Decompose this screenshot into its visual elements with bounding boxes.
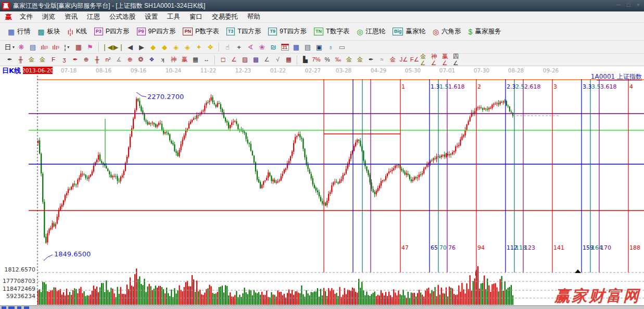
pen-tool[interactable]: ✒ [4, 55, 15, 65]
stats-column-tool[interactable]: ▙ [300, 55, 311, 65]
coil-tool[interactable]: ʒ [59, 55, 70, 65]
crosshair-icon[interactable]: + [233, 42, 245, 52]
toolbar-t-square-button[interactable]: T3T四方形 [223, 26, 265, 38]
diamond-tool-3[interactable]: ◈ [170, 42, 182, 52]
gold-line-tool[interactable]: 金 [355, 55, 365, 65]
box-select-tool[interactable]: ◻ [218, 55, 229, 65]
toolbar-9t-square-button[interactable]: T99T四方形 [264, 26, 310, 38]
toolbar-kline-button[interactable]: ı¦ıK线 [64, 26, 90, 38]
toolbar-p-table-button[interactable]: PNP数字表 [179, 26, 222, 38]
width-tool[interactable]: ↔ [201, 55, 212, 65]
toolbar-winner-service-button[interactable]: $赢家服务 [465, 26, 505, 38]
menu-formula-picker[interactable]: 公式选股 [105, 13, 140, 21]
close-button[interactable]: × [637, 2, 640, 8]
notepad-icon[interactable]: ▤ [302, 42, 313, 52]
gold-red-tool[interactable]: 金 [387, 55, 398, 65]
toolbar-t-table-button[interactable]: TNT数字表 [310, 26, 353, 38]
ray-box-tool[interactable]: ▨ [239, 55, 250, 65]
angle-mirror[interactable]: ∡ [113, 55, 124, 65]
print-icon[interactable]: ▭ [336, 42, 348, 52]
maximize-button[interactable]: □ [627, 2, 630, 8]
brush-tool[interactable]: ✒ [70, 55, 81, 65]
n2-grid[interactable]: n² [103, 55, 113, 65]
toolbar-winner-wheel-button[interactable]: Big赢家轮 [389, 26, 429, 38]
save-icon[interactable]: ▣ [313, 42, 325, 52]
period-day-dropdown[interactable]: 日▼ [4, 42, 16, 52]
svg-text:4: 4 [629, 83, 633, 90]
next-page-icon[interactable]: ▶ [136, 42, 147, 52]
grid-plain[interactable]: ╫ [15, 55, 26, 65]
wave-channel-tool[interactable]: ≈ [376, 55, 387, 65]
percent-line-tool[interactable]: 7% [311, 55, 322, 65]
lattice-icon[interactable]: ▦ [73, 42, 84, 52]
world-clock-icon[interactable]: ♁ [325, 42, 336, 52]
circle-grid[interactable]: ⊕ [81, 55, 92, 65]
ying-angle-tool[interactable]: 赢∠ [442, 55, 453, 65]
bars-9-icon[interactable]: ılı9 [50, 42, 61, 52]
last-page-icon[interactable]: ▶❘ [113, 42, 124, 52]
si-angle-tool[interactable]: 四∠ [453, 55, 464, 65]
j-angle-tool[interactable]: J∠ [398, 55, 409, 65]
toolbar-hexagon-button[interactable]: ◎六角形 [429, 26, 465, 38]
main-chart[interactable]: 1471.3651.5701.618762942.31122.51182.618… [0, 66, 644, 305]
angle-tool-icon[interactable]: ∢ [245, 42, 256, 52]
candle-style-dropdown[interactable]: ¦▼ [61, 42, 73, 52]
toolbar-gann-wheel-button[interactable]: ◎江恩轮 [353, 26, 389, 38]
kline-mark[interactable]: ʞ [157, 55, 168, 65]
dense-grid-2[interactable]: ▦ [283, 55, 294, 65]
minimize-button[interactable]: ─ [616, 2, 621, 8]
calculator-icon[interactable]: ▦ [291, 42, 302, 52]
menu-tools[interactable]: 工具 [162, 13, 185, 21]
menu-gann[interactable]: 江恩 [82, 13, 105, 21]
menu-help[interactable]: 帮助 [243, 13, 265, 21]
shen-angle-tool[interactable]: 神∠ [431, 55, 442, 65]
menu-news[interactable]: 资讯 [60, 13, 82, 21]
flower-tool-icon[interactable]: ❀ [256, 42, 268, 52]
hand-tool-icon[interactable]: ☝ [222, 42, 233, 52]
scribble-icon[interactable]: ❋ [16, 42, 27, 52]
knot-tool-icon[interactable]: ₪ [268, 42, 279, 52]
flag-chart-icon[interactable]: ⚑ [84, 42, 96, 52]
ying-grid[interactable]: 赢 [179, 55, 190, 65]
calendar-icon[interactable]: 21 [279, 42, 291, 52]
f-grid[interactable]: F [48, 55, 59, 65]
gold-angle-tool[interactable]: 金∠ [420, 55, 431, 65]
bars-3-icon[interactable]: ılı3 [39, 42, 50, 52]
web-box-tool[interactable]: ▩ [250, 55, 261, 65]
menu-browse[interactable]: 浏览 [37, 13, 60, 21]
status-fragment-icon [8, 306, 15, 309]
angle-fan-tool[interactable]: ∠ [261, 55, 272, 65]
menu-file[interactable]: 文件 [15, 13, 37, 21]
toolbar-quotes-button[interactable]: ▦行情 [4, 26, 34, 38]
f-angle-tool[interactable]: F∠ [409, 55, 420, 65]
menu-trade[interactable]: 交易委托 [207, 13, 243, 21]
toolbar-sectors-button[interactable]: ▩板块 [34, 26, 64, 38]
prev-page-icon[interactable]: ◀ [124, 42, 136, 52]
permille-tool[interactable]: ‰ [333, 55, 344, 65]
toolbar-p-square-button[interactable]: P3P四方形 [91, 26, 133, 38]
shen-grid[interactable]: 神 [168, 55, 179, 65]
web-tool-2[interactable]: ❖ [146, 55, 157, 65]
compass-tool[interactable]: ⊕ [124, 55, 135, 65]
first-page-icon[interactable]: ❘◀ [102, 42, 113, 52]
gold-grid-1[interactable]: 金 [26, 55, 37, 65]
web-tool-1[interactable]: ❂ [135, 55, 146, 65]
percent-tool[interactable]: % [322, 55, 333, 65]
gold-grid-2[interactable]: 金 [37, 55, 48, 65]
diamond-tool-4[interactable]: ◈ [182, 42, 193, 52]
pen-bars-tool[interactable]: ✒ [365, 55, 376, 65]
diamond-tool-2[interactable]: ◆ [159, 42, 170, 52]
diamond-tool-1[interactable]: ◆ [147, 42, 159, 52]
diamond-tool-5[interactable]: ✦ [193, 42, 205, 52]
gold-circle-tool[interactable]: 金 [344, 55, 355, 65]
dense-grid[interactable]: ╫ [92, 55, 103, 65]
ray-fan-tool[interactable]: ∠ [229, 55, 239, 65]
info-panel-icon[interactable]: ▤ [27, 42, 39, 52]
svg-text:59236234: 59236234 [6, 293, 35, 300]
toolbar-9p-square-button[interactable]: P99P四方形 [133, 26, 180, 38]
menu-window[interactable]: 窗口 [185, 13, 207, 21]
diamond-tool-6[interactable]: ❖ [205, 42, 216, 52]
wave-check-tool[interactable]: √ [272, 55, 283, 65]
grid-123[interactable]: ▦ [190, 55, 201, 65]
menu-settings[interactable]: 设置 [140, 13, 162, 21]
